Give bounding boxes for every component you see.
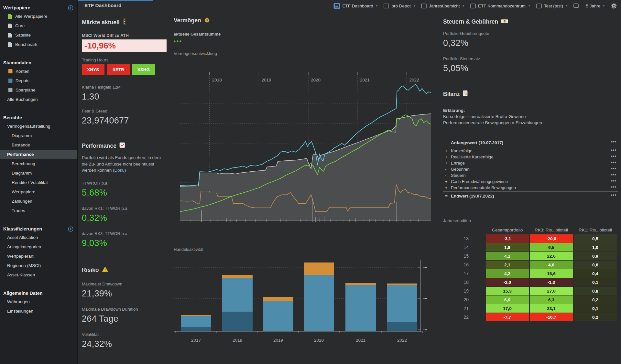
sidebar-item-performance[interactable]: Performance — [0, 150, 77, 159]
return-cell: 0,5 — [574, 234, 617, 243]
year-label: 20 — [443, 295, 485, 304]
section-header-klassifizierungen: Klassifizierungen — [0, 225, 77, 233]
sidebar-item-regionen-msci[interactable]: Regionen (MSCI) — [0, 261, 77, 270]
return-cell: 0,1 — [574, 304, 617, 313]
sidebar-item-label: Asset Allocation — [7, 235, 38, 240]
klarna-label: Klarna Festgeld 12M — [82, 85, 167, 90]
file-gray-icon — [8, 33, 12, 38]
drawdown-duration-label: Maximale Drawdown Duration — [82, 307, 167, 312]
return-cell: 2,1 — [486, 261, 529, 269]
row-masked-value: *** — [611, 179, 618, 184]
trading-activity-chart: 201720182019202020212022••••••••• — [174, 257, 436, 346]
sidebar-item-trades[interactable]: Trades — [0, 206, 77, 215]
sidebar-item-satellite[interactable]: Satellite — [0, 30, 77, 40]
svg-text:$: $ — [206, 19, 208, 22]
balance-header: Bilanz — [443, 90, 618, 98]
sidebar-item-alle-wertpapiere[interactable]: Alle Wertpapiere — [0, 12, 77, 21]
sidebar-item-asset-allocation[interactable]: Asset Allocation — [0, 233, 77, 242]
svg-text:2018: 2018 — [212, 78, 222, 82]
row-label: Anfangswert (19.07.2017) — [451, 140, 611, 145]
return-cell: 0,4 — [574, 269, 617, 278]
svg-text:2022: 2022 — [397, 338, 407, 343]
sidebar-item-label: Depots — [16, 78, 29, 83]
sidebar-item-alle-buchungen[interactable]: Alle Buchungen — [0, 95, 77, 104]
sidebar-item-label: Einstellungen — [7, 309, 33, 314]
year-label: 14 — [443, 243, 485, 252]
sidebar-item-konten[interactable]: Konten — [0, 67, 77, 76]
return-cell: 15,6 — [530, 269, 573, 278]
return-cell: 1,0 — [574, 243, 617, 252]
add-klassifizierungen-button[interactable] — [68, 226, 73, 232]
sidebar-item-wertpapierart[interactable]: Wertpapierart — [0, 252, 77, 261]
risk-title: Risiko — [82, 267, 99, 273]
taxes-header: Steuern & Gebühren $ — [443, 17, 618, 26]
add-wertpapiere-button[interactable] — [68, 5, 73, 11]
wealth-column: Vermögen $ aktuelle Gesamtsumme *** Verm… — [174, 0, 436, 346]
memo-icon — [463, 90, 468, 98]
wealth-chart-label: Vermögensentwicklung — [174, 51, 436, 56]
box-gray-icon — [8, 88, 13, 92]
markets-header: Märkte aktuell — [82, 18, 167, 27]
traffic-light-icon — [123, 18, 127, 27]
annual-returns-header: GesamtportfolioRK3: Ris...olioteilRK1: R… — [443, 226, 618, 232]
svg-text:2021: 2021 — [360, 78, 370, 82]
exchange-status-xnys: XNYS — [82, 64, 104, 75]
fear-greed-value: 23,9740677 — [82, 116, 167, 126]
sidebar-item-label: Diagramm — [12, 133, 32, 138]
wealth-chart: 20182019202020212022 — [174, 63, 436, 231]
return-cell: 6,0 — [486, 295, 529, 304]
balance-row-endwert-19-07-2022: =Endwert (19.07.2022)*** — [443, 192, 618, 199]
sidebar-item-benchmark[interactable]: Benchmark — [0, 40, 77, 49]
year-label: 22 — [443, 313, 485, 321]
sidebar-item-label: Asset-Klassen — [7, 273, 35, 277]
sidebar-item-verm-gensaufstellung[interactable]: Vermögensaufstellung — [0, 122, 77, 131]
return-cell: 27,0 — [530, 287, 573, 295]
sidebar-item-wertpapiere[interactable]: Wertpapiere — [0, 187, 77, 197]
klarna-value: 1,30 — [82, 92, 167, 102]
balance-row-steuern: -Steuern*** — [443, 172, 618, 178]
sidebar-item-rendite-volatilit-t[interactable]: Rendite / Volatilität — [0, 178, 77, 187]
sidebar-item-einstellungen[interactable]: Einstellungen — [0, 306, 77, 316]
volatility-value: 24,32% — [82, 339, 167, 349]
row-sign: + — [443, 148, 451, 153]
sidebar-item-label: Berechnung — [12, 161, 35, 166]
sidebar-item-best-nde[interactable]: Bestände — [0, 140, 77, 150]
sidebar-item-w-hrungen[interactable]: Währungen — [0, 297, 77, 306]
section-title: Stammdaten — [3, 60, 31, 65]
svg-text:2019: 2019 — [273, 338, 283, 343]
sidebar-item-anlagekategorien[interactable]: Anlagekategorien — [0, 242, 77, 252]
return-cell: 0,8 — [574, 261, 617, 269]
sidebar-item-label: Benchmark — [15, 42, 37, 47]
sidebar: WertpapiereAlle WertpapiereCoreSatellite… — [0, 0, 78, 364]
year-label: 21 — [443, 304, 485, 313]
exchange-status-row: XNYSXETRXSHG — [82, 64, 167, 75]
sidebar-item-label: Bestände — [12, 143, 30, 147]
risk-header: Risiko — [82, 266, 167, 274]
sidebar-item-diagramm[interactable]: Diagramm — [0, 168, 77, 178]
sidebar-item-zahlungen[interactable]: Zahlungen — [0, 197, 77, 206]
sidebar-item-core[interactable]: Core — [0, 21, 77, 30]
return-cell: 0,2 — [574, 295, 617, 304]
sidebar-item-diagramm[interactable]: Diagramm — [0, 131, 77, 140]
sidebar-item-label: Satellite — [15, 33, 31, 37]
wealth-title: Vermögen — [174, 17, 201, 24]
fear-greed-label: Fear & Greed — [82, 109, 167, 114]
row-sign: + — [443, 155, 451, 159]
row-masked-value: *** — [611, 149, 618, 153]
performance-title: Performance — [82, 143, 116, 149]
row-masked-value: *** — [611, 173, 618, 178]
year-label: 19 — [443, 287, 485, 295]
row-sign: = — [443, 194, 451, 198]
sidebar-item-berechnung[interactable]: Berechnung — [0, 159, 77, 168]
row-label: Realisierte Kurserfolge — [451, 155, 611, 159]
svg-text:2018: 2018 — [233, 338, 242, 343]
tax-rate-value: 5,05% — [443, 63, 618, 74]
markets-column: Märkte aktuell MSCI World Diff zu ATH -1… — [82, 0, 167, 349]
doku-link[interactable]: Doku — [114, 168, 125, 173]
sidebar-item-label: Wertpapierart — [7, 254, 34, 259]
sidebar-item-depots[interactable]: Depots — [0, 76, 77, 85]
exchange-status-xetr: XETR — [107, 64, 130, 75]
svg-text:2022: 2022 — [409, 78, 419, 82]
sidebar-item-sparpl-ne[interactable]: Sparpläne — [0, 85, 77, 95]
sidebar-item-asset-klassen[interactable]: Asset-Klassen — [0, 270, 77, 280]
